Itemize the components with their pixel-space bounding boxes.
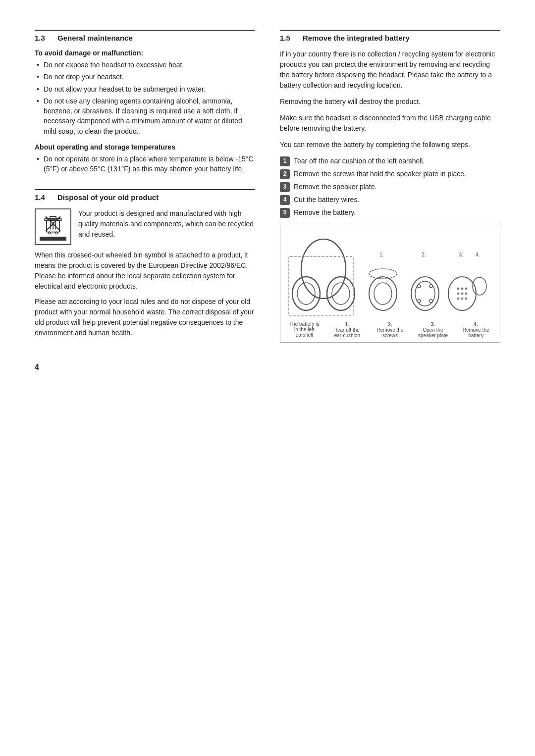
step-1: 1 Tear off the ear cushion of the left e… [280, 156, 500, 166]
svg-point-22 [418, 285, 421, 288]
section-15-number: 1.5 [280, 34, 295, 42]
two-column-layout: 1.3 General maintenance To avoid damage … [35, 30, 500, 343]
svg-point-34 [457, 298, 459, 300]
section-15-header: 1.5 Remove the integrated battery [280, 30, 500, 42]
section15-para-1: Removing the battery will destroy the pr… [280, 97, 500, 107]
svg-point-30 [465, 288, 467, 290]
step-num-2: 2 [280, 169, 290, 179]
svg-point-24 [418, 300, 421, 302]
svg-point-33 [465, 293, 467, 295]
headset-diagram-svg: 1. 2. [286, 229, 494, 318]
disposal-para-1: When this crossed-out wheeled bin symbol… [35, 250, 255, 292]
disposal-block: Your product is designed and manufacture… [35, 208, 255, 245]
recycle-icon-box [35, 208, 71, 245]
section15-para-0: If in your country there is no collectio… [280, 49, 500, 91]
list-item: Do not use any cleaning agents containin… [35, 96, 255, 136]
section15-para-2: Make sure the headset is disconnected fr… [280, 113, 500, 134]
page-content: 1.3 General maintenance To avoid damage … [35, 30, 500, 372]
headset-diagram: 1. 2. [280, 225, 500, 343]
temp-list: Do not operate or store in a place where… [35, 154, 255, 174]
svg-point-35 [461, 298, 463, 300]
step-4: 4 Cut the battery wires. [280, 195, 500, 205]
svg-point-13 [327, 277, 355, 310]
headset-illustration: 1. 2. [284, 229, 496, 318]
caption-3: 3. Open the speaker plate [416, 321, 450, 338]
recycle-bar-icon [40, 237, 66, 241]
disposal-para-2: Please act according to your local rules… [35, 297, 255, 338]
svg-point-28 [457, 288, 459, 290]
section-14-title: Disposal of your old product [57, 193, 159, 202]
svg-point-29 [461, 288, 463, 290]
caption-3-num: 3. [416, 321, 450, 327]
svg-point-16 [369, 277, 397, 310]
caption-2: 2. Remove the screws [373, 321, 407, 338]
svg-rect-2 [50, 216, 56, 219]
step-num-3: 3 [280, 182, 290, 192]
svg-point-36 [465, 298, 467, 300]
section-14-number: 1.4 [35, 193, 50, 202]
damage-list: Do not expose the headset to excessive h… [35, 60, 255, 136]
removal-steps: 1 Tear off the ear cushion of the left e… [280, 156, 500, 218]
section-14: 1.4 Disposal of your old product [35, 189, 255, 338]
caption-1-num: 1. [330, 321, 365, 327]
step-num-1: 1 [280, 156, 290, 166]
caption-0-text: The battery is in the left earshell [289, 321, 320, 338]
section-13-title: General maintenance [57, 34, 133, 42]
list-item: Do not expose the headset to excessive h… [35, 60, 255, 70]
recycle-bin-icon [42, 213, 64, 235]
right-column: 1.5 Remove the integrated battery If in … [280, 30, 500, 343]
step-3: 3 Remove the speaker plate. [280, 182, 500, 192]
section-14-header: 1.4 Disposal of your old product [35, 189, 255, 202]
svg-text:1.: 1. [379, 252, 384, 257]
svg-text:3.: 3. [459, 252, 463, 257]
subsection-temp-title: About operating and storage temperatures [35, 143, 255, 151]
svg-point-14 [332, 283, 350, 304]
svg-point-17 [374, 283, 392, 304]
caption-4-text: Remove the battery [463, 327, 489, 338]
step-num-5: 5 [280, 208, 290, 218]
svg-text:2.: 2. [422, 252, 426, 257]
svg-point-11 [292, 277, 320, 310]
caption-0: The battery is in the left earshell [287, 321, 321, 338]
subsection-damage-title: To avoid damage or malfunction: [35, 49, 255, 57]
list-item: Do not drop your headset. [35, 72, 255, 82]
caption-1: 1. Tear off the ear-cushion [330, 321, 365, 338]
section-13-number: 1.3 [35, 34, 50, 42]
section-13-header: 1.3 General maintenance [35, 30, 255, 42]
svg-point-10 [301, 239, 346, 299]
left-column: 1.3 General maintenance To avoid damage … [35, 30, 255, 343]
list-item: Do not operate or store in a place where… [35, 154, 255, 174]
caption-4: 4. Remove the battery [459, 321, 493, 338]
list-item: Do not allow your headset to be submerge… [35, 84, 255, 94]
caption-2-text: Remove the screws [377, 327, 404, 338]
svg-text:4.: 4. [476, 252, 480, 257]
svg-point-12 [297, 283, 315, 304]
disposal-icon-text: Your product is designed and manufacture… [78, 208, 255, 240]
svg-point-25 [429, 300, 432, 302]
diagram-captions: The battery is in the left earshell 1. T… [284, 321, 496, 338]
step-2: 2 Remove the screws that hold the speake… [280, 169, 500, 179]
svg-point-23 [429, 285, 432, 288]
svg-point-32 [461, 293, 463, 295]
caption-3-text: Open the speaker plate [418, 327, 448, 338]
caption-2-num: 2. [373, 321, 407, 327]
step-5: 5 Remove the battery. [280, 207, 500, 218]
step-num-4: 4 [280, 195, 290, 205]
svg-point-31 [457, 293, 459, 295]
section-15-title: Remove the integrated battery [303, 34, 410, 42]
section15-para-3: You can remove the battery by completing… [280, 140, 500, 150]
caption-1-text: Tear off the ear-cushion [334, 327, 360, 338]
page-number: 4 [35, 363, 500, 372]
caption-4-num: 4. [459, 321, 493, 327]
